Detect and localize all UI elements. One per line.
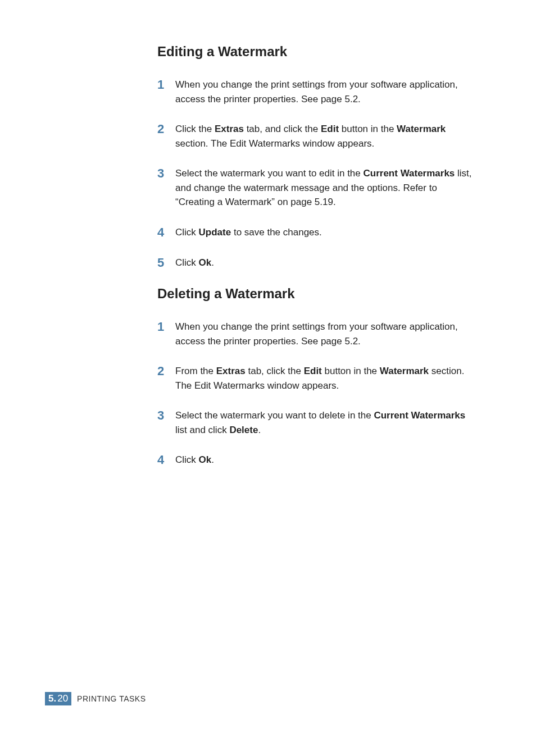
step-number: 3	[157, 408, 175, 423]
step-item: 2 From the Extras tab, click the Edit bu…	[157, 364, 474, 393]
step-text: Click Ok.	[175, 453, 474, 467]
step-item: 5 Click Ok.	[157, 256, 474, 270]
step-text: Click Ok.	[175, 256, 474, 270]
step-item: 1 When you change the print settings fro…	[157, 78, 474, 106]
step-text: Click Update to save the changes.	[175, 225, 474, 240]
step-text: When you change the print settings from …	[175, 320, 474, 348]
step-item: 1 When you change the print settings fro…	[157, 320, 474, 348]
step-number: 1	[157, 320, 175, 334]
step-text: Click the Extras tab, and click the Edit…	[175, 122, 474, 151]
chapter-number: 5.	[48, 693, 56, 704]
step-item: 3 Select the watermark you want to edit …	[157, 166, 474, 210]
footer-section-label: PRINTING TASKS	[77, 694, 146, 703]
page-footer: 5.20 PRINTING TASKS	[45, 692, 146, 705]
step-number: 4	[157, 225, 175, 240]
step-number: 2	[157, 364, 175, 379]
step-item: 4 Click Update to save the changes.	[157, 225, 474, 240]
page-number-badge: 5.20	[45, 692, 71, 705]
step-item: 3 Select the watermark you want to delet…	[157, 408, 474, 437]
page-number: 20	[57, 693, 68, 704]
step-text: From the Extras tab, click the Edit butt…	[175, 364, 474, 393]
step-number: 2	[157, 122, 175, 136]
step-number: 5	[157, 256, 175, 270]
section-heading-deleting: Deleting a Watermark	[157, 286, 474, 302]
step-text: Select the watermark you want to delete …	[175, 408, 474, 437]
step-text: When you change the print settings from …	[175, 78, 474, 106]
step-text: Select the watermark you want to edit in…	[175, 166, 474, 210]
section-heading-editing: Editing a Watermark	[157, 44, 474, 60]
step-item: 4 Click Ok.	[157, 453, 474, 467]
step-item: 2 Click the Extras tab, and click the Ed…	[157, 122, 474, 151]
step-number: 1	[157, 78, 175, 92]
page-content: Editing a Watermark 1 When you change th…	[0, 0, 536, 468]
step-number: 3	[157, 166, 175, 181]
step-number: 4	[157, 453, 175, 467]
